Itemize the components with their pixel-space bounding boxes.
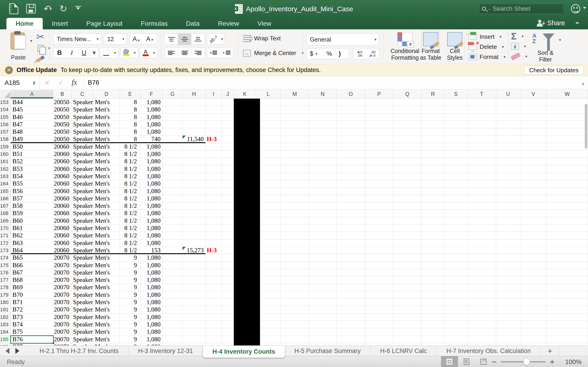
cell-N175[interactable] [309,262,337,269]
cell-V185[interactable] [520,336,547,343]
ribbon-tab-home[interactable]: Home [6,18,43,29]
cell-E167[interactable]: 8 1/2 [120,202,141,210]
cell-T165[interactable] [467,188,496,195]
cell-O179[interactable] [337,291,365,299]
cell-R158[interactable] [422,135,444,143]
cell-J185[interactable] [222,336,234,343]
cell-E162[interactable]: 8 1/2 [120,165,141,173]
cell-J171[interactable] [222,232,234,239]
cell-V162[interactable] [520,165,547,173]
cell-E177[interactable]: 9 [120,276,141,284]
cell-I153[interactable] [206,99,222,106]
cell-O171[interactable] [337,232,365,239]
cell-B156[interactable]: 20050 [53,121,71,128]
cell-Q169[interactable] [393,217,422,225]
cell-R153[interactable] [422,99,444,106]
cell-W170[interactable] [547,225,588,232]
column-header-E[interactable]: E [120,90,141,98]
cell-S185[interactable] [444,336,467,343]
cell-W155[interactable] [547,114,588,121]
cell-B168[interactable]: 20060 [53,210,71,217]
cell-N170[interactable] [309,225,337,232]
cell-T160[interactable] [467,150,496,158]
cell-P164[interactable] [365,180,393,187]
cell-F164[interactable]: 1,080 [141,180,163,187]
cell-O183[interactable] [337,321,365,328]
cell-I182[interactable] [206,314,222,321]
cell-O174[interactable] [337,254,365,261]
cell-O180[interactable] [337,299,365,306]
cell-A180[interactable]: B71 [11,299,53,306]
cell-F162[interactable]: 1,080 [141,165,163,173]
cell-N168[interactable] [309,210,337,217]
cell-R177[interactable] [422,276,444,284]
italic-button[interactable]: I [66,49,78,56]
cell-B170[interactable]: 20060 [53,225,71,232]
zoom-out-button[interactable]: − [492,357,497,366]
cell-N158[interactable] [309,135,337,143]
cell-W178[interactable] [547,284,588,291]
cell-D153[interactable]: Men's [93,99,120,106]
cell-O162[interactable] [337,165,365,173]
prev-sheet-icon[interactable] [6,348,9,354]
cell-P182[interactable] [365,314,393,321]
cell-H163[interactable] [183,173,206,180]
cell-Q180[interactable] [393,299,422,306]
cell-V155[interactable] [520,114,547,121]
cell-C164[interactable]: Speaker [71,180,93,187]
cell-E161[interactable]: 8 1/2 [120,158,141,165]
cell-W165[interactable] [547,188,588,195]
cell-T153[interactable] [467,99,496,106]
cell-N154[interactable] [309,106,337,113]
cell-R155[interactable] [422,114,444,121]
cell-R165[interactable] [422,188,444,195]
cell-O181[interactable] [337,306,365,313]
formula-input[interactable]: B76 [88,79,99,86]
cell-J159[interactable] [222,143,234,150]
cell-B171[interactable]: 20060 [53,232,71,239]
cell-N167[interactable] [309,202,337,210]
cell-V175[interactable] [520,262,547,269]
row-header-180[interactable]: 180 [0,299,11,306]
cell-M159[interactable] [281,143,309,150]
column-header-G[interactable]: G [163,90,183,98]
cell-F167[interactable]: 1,080 [141,202,163,210]
cell-H176[interactable] [183,269,206,276]
cell-U174[interactable] [496,254,520,261]
cell-C172[interactable]: Speaker [71,240,93,247]
cell-R183[interactable] [422,321,444,328]
cell-Q171[interactable] [393,232,422,239]
cell-V181[interactable] [520,306,547,313]
cell-I172[interactable] [206,240,222,247]
cell-G181[interactable] [163,306,183,313]
cell-W186[interactable] [547,343,588,345]
share-button[interactable]: + Share [537,19,565,27]
cell-Q175[interactable] [393,262,422,269]
cell-W180[interactable] [547,299,588,306]
cell-P153[interactable] [365,99,393,106]
cell-C167[interactable]: Speaker [71,202,93,210]
cell-A177[interactable]: B68 [11,276,53,284]
cell-A165[interactable]: B56 [11,188,53,195]
cell-C186[interactable]: Speaker [71,343,93,345]
cell-I157[interactable] [206,128,222,135]
cell-S175[interactable] [444,262,467,269]
cell-Q184[interactable] [393,328,422,336]
name-box-spinner[interactable]: ▲▼ [32,81,39,85]
cell-M186[interactable] [281,343,309,345]
cell-R159[interactable] [422,143,444,150]
row-header-169[interactable]: 169 [0,217,11,225]
cell-B183[interactable]: 20070 [53,321,71,328]
cell-P176[interactable] [365,269,393,276]
cell-D155[interactable]: Men's [93,114,120,121]
cell-U154[interactable] [496,106,520,113]
cell-N162[interactable] [309,165,337,173]
column-header-L[interactable]: L [256,90,281,98]
borders-button[interactable]: ▾ [100,47,119,58]
cell-U186[interactable] [496,343,520,345]
cell-W156[interactable] [547,121,588,128]
cell-J169[interactable] [222,217,234,225]
row-header-177[interactable]: 177 [0,276,11,284]
row-header-178[interactable]: 178 [0,284,11,291]
cell-D179[interactable]: Men's [93,291,120,299]
